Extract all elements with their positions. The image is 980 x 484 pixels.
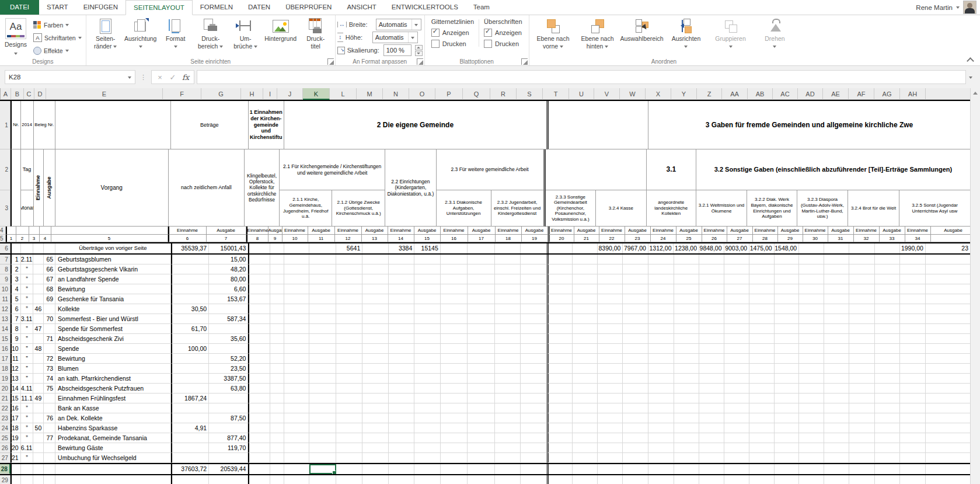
cell-O16[interactable] xyxy=(414,344,441,354)
cell-K4[interactable]: Ausgabe xyxy=(308,227,335,235)
cell-AA10[interactable] xyxy=(724,284,750,294)
cell-AH4[interactable]: Einnahme xyxy=(905,227,931,235)
cell-B25[interactable]: ” xyxy=(21,433,34,443)
cell-H14[interactable] xyxy=(248,324,270,334)
cell-Y29[interactable] xyxy=(674,475,700,484)
cell-A11[interactable]: 5 xyxy=(11,294,21,304)
cell-CUT6[interactable]: 23 xyxy=(926,243,971,253)
cell-X6[interactable]: 1312,00 xyxy=(648,243,674,253)
cell-W18[interactable] xyxy=(623,364,648,374)
cell-Y5[interactable]: 25 xyxy=(676,235,702,242)
cell-G7[interactable]: 15,00 xyxy=(209,255,248,264)
cell-R29[interactable] xyxy=(495,475,521,484)
cell-S6[interactable] xyxy=(521,243,547,253)
cell-D9[interactable]: 67 xyxy=(44,274,55,284)
cell-AB5[interactable]: 28 xyxy=(753,235,778,242)
cell-AF20[interactable] xyxy=(849,384,875,394)
cell-Y10[interactable] xyxy=(674,284,700,294)
cell-F4[interactable]: Einnahme xyxy=(168,227,207,235)
cell-J13[interactable] xyxy=(284,314,310,324)
cell-AH17[interactable] xyxy=(900,354,926,364)
cell-AF7[interactable] xyxy=(849,255,875,264)
cell-AA11[interactable] xyxy=(724,294,750,304)
cell-V7[interactable] xyxy=(598,255,623,264)
tab-entwicklertools[interactable]: ENTWICKLERTOOLS xyxy=(384,0,466,15)
tab-formeln[interactable]: FORMELN xyxy=(193,0,240,15)
cell-AD11[interactable] xyxy=(799,294,824,304)
cell-U29[interactable] xyxy=(573,475,598,484)
cell-Q13[interactable] xyxy=(468,314,495,324)
cell-Z14[interactable] xyxy=(699,324,724,334)
cell-W9[interactable] xyxy=(623,274,648,284)
cell-H19[interactable] xyxy=(248,374,270,384)
cell-R18[interactable] xyxy=(495,364,521,374)
cell-L26[interactable] xyxy=(336,443,363,453)
cell-M22[interactable] xyxy=(362,403,389,413)
breite-select-caret[interactable] xyxy=(411,19,421,30)
column-header-Z[interactable]: Z xyxy=(697,88,722,100)
cell-U24[interactable] xyxy=(573,423,598,433)
vertical-scrollbar[interactable] xyxy=(970,88,980,484)
cell-AA20[interactable] xyxy=(724,384,750,394)
cell-K10[interactable] xyxy=(309,284,336,294)
cell-F14[interactable]: 61,70 xyxy=(171,324,209,334)
cell-K12[interactable] xyxy=(309,304,336,314)
cell-J23[interactable] xyxy=(284,413,310,423)
cell-B9[interactable]: ” xyxy=(21,274,34,284)
cell-L15[interactable] xyxy=(336,334,363,344)
column-header-H[interactable]: H xyxy=(241,88,263,100)
cell-CUT14[interactable] xyxy=(926,324,971,334)
cell-F8[interactable] xyxy=(171,264,209,274)
cell-X15[interactable] xyxy=(648,334,674,344)
cell-D20[interactable]: 75 xyxy=(44,384,55,394)
row-header-9[interactable]: 9 xyxy=(0,274,11,284)
cell-G20[interactable]: 63,80 xyxy=(209,384,248,394)
cell-CUT11[interactable] xyxy=(926,294,971,304)
cell-P2[interactable]: 2.3 Für weitere gemeindliche Arbeit xyxy=(437,149,544,190)
cell-L20[interactable] xyxy=(336,384,363,394)
cell-U16[interactable] xyxy=(573,344,598,354)
cell-F28[interactable]: 37603,72 xyxy=(171,464,209,474)
cell-AG20[interactable] xyxy=(875,384,901,394)
cell-W25[interactable] xyxy=(623,433,648,443)
an-format-anpassen-dialog-launcher[interactable] xyxy=(417,58,423,65)
cell-AE16[interactable] xyxy=(824,344,850,354)
cell-AD10[interactable] xyxy=(799,284,824,294)
cell-P29[interactable] xyxy=(441,475,468,484)
cell-J1[interactable]: 2 Die eigene Gemeinde xyxy=(284,101,547,149)
cell-G15[interactable]: 35,60 xyxy=(209,334,248,344)
cell-E8[interactable]: Geburtstagsgeschenk Vikarin xyxy=(55,264,171,274)
cell-AA23[interactable] xyxy=(724,413,750,423)
cell-M7[interactable] xyxy=(362,255,389,264)
cell-AB19[interactable] xyxy=(749,374,775,384)
cell-R10[interactable] xyxy=(495,284,521,294)
cell-Z23[interactable] xyxy=(699,413,724,423)
cell-I22[interactable] xyxy=(270,403,284,413)
cell-N2[interactable]: 2.2 Einrichtungen (Kindergarten, Diakoni… xyxy=(385,149,436,227)
cell-AC17[interactable] xyxy=(775,354,800,364)
cell-AA21[interactable] xyxy=(724,394,750,403)
cell-AE18[interactable] xyxy=(824,364,850,374)
cell-Z17[interactable] xyxy=(699,354,724,364)
cell-E5[interactable]: 5 xyxy=(51,235,168,242)
cell-H6[interactable] xyxy=(248,243,270,253)
cell-AE6[interactable] xyxy=(824,243,850,253)
cell-U4[interactable]: Ausgabe xyxy=(574,227,599,235)
cell-AH21[interactable] xyxy=(900,394,926,403)
cell-M10[interactable] xyxy=(362,284,389,294)
row-header-14[interactable]: 14 xyxy=(0,324,11,334)
cell-H24[interactable] xyxy=(248,423,270,433)
cell-Q4[interactable]: Ausgabe xyxy=(468,227,496,235)
cell-N22[interactable] xyxy=(389,403,415,413)
cell-Y6[interactable]: 1238,00 xyxy=(674,243,699,253)
cell-S20[interactable] xyxy=(521,384,547,394)
cell-C14[interactable]: 47 xyxy=(33,324,44,334)
cell-W19[interactable] xyxy=(623,374,648,384)
cell-R14[interactable] xyxy=(495,324,521,334)
cell-AD18[interactable] xyxy=(799,364,824,374)
cell-M11[interactable] xyxy=(362,294,389,304)
ebene-nach-hinten-button[interactable]: Ebene nachhinten xyxy=(576,17,620,50)
cell-AD4[interactable]: Einnahme xyxy=(803,227,828,235)
cell-J2[interactable]: 2.1 Für Kirchengemeinde / Kirchenstiftun… xyxy=(280,149,385,190)
cell-O8[interactable] xyxy=(414,264,441,274)
